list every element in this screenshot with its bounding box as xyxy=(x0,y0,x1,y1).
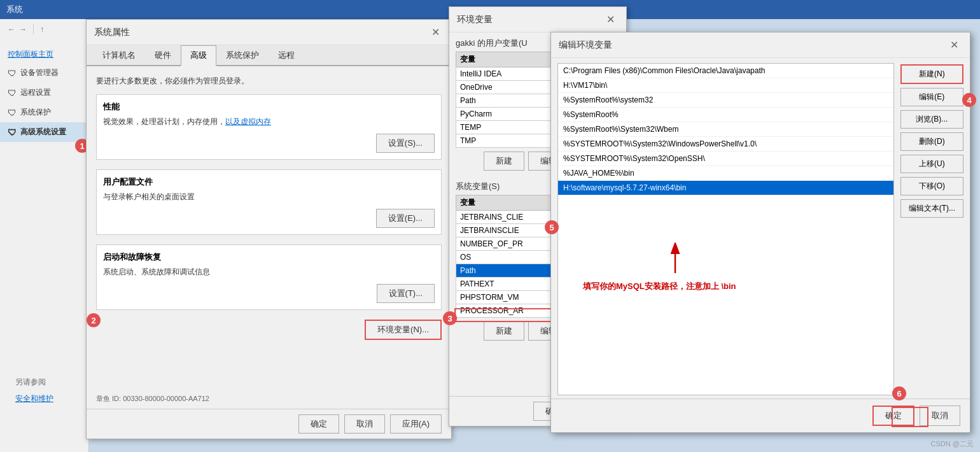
startup-settings-btn[interactable]: 设置(T)... xyxy=(377,284,435,303)
user-new-btn[interactable]: 新建 xyxy=(484,152,524,171)
badge-3: 3 xyxy=(443,311,457,325)
badge-2: 2 xyxy=(87,313,101,327)
userprofile-title: 用户配置文件 xyxy=(103,176,435,188)
editenv-footer: 确定 取消 xyxy=(551,399,970,432)
editenv-edittext-btn[interactable]: 编辑文本(T)... xyxy=(900,199,963,218)
sidebar-label-devicemgr: 设备管理器 xyxy=(20,67,59,78)
sidebar-item-sysprot[interactable]: 🛡 系统保护 xyxy=(0,102,88,122)
envvars-title-text: 环境变量 xyxy=(457,14,493,25)
userprofile-settings-btn[interactable]: 设置(E)... xyxy=(376,209,435,228)
another-ref-title: 另请参阅 xyxy=(8,372,61,390)
tab-computername[interactable]: 计算机名 xyxy=(93,45,145,66)
up-btn[interactable]: ↑ xyxy=(40,25,44,34)
sidebar-label-advanced: 高级系统设置 xyxy=(20,127,66,138)
startup-desc: 系统启动、系统故障和调试信息 xyxy=(103,267,435,278)
editenv-dialog: 编辑环境变量 ✕ C:\Program Files (x86)\Common F… xyxy=(550,32,970,433)
editenv-ok-btn[interactable]: 确定 xyxy=(872,406,914,426)
sysprop-close-btn[interactable]: ✕ xyxy=(428,25,444,39)
sysprop-content: 要进行大多数更改，你必须作为管理员登录。 性能 视觉效果，处理器计划，内存使用，… xyxy=(87,66,451,428)
device-icon: 🛡 xyxy=(8,68,17,78)
tab-sysprot[interactable]: 系统保护 xyxy=(216,45,269,66)
admin-notice: 要进行大多数更改，你必须作为管理员登录。 xyxy=(96,76,442,87)
userprofile-section: 用户配置文件 与登录帐户相关的桌面设置 设置(E)... xyxy=(96,169,442,235)
sys-new-btn[interactable]: 新建 xyxy=(484,321,524,341)
forward-btn[interactable]: → xyxy=(19,25,27,34)
arrow-annotation xyxy=(666,243,685,274)
vmem-link[interactable]: 以及虚拟内存 xyxy=(225,117,271,126)
editenv-cancel-btn[interactable]: 取消 xyxy=(920,406,960,426)
perf-desc: 视觉效果，处理器计划，内存使用，以及虚拟内存 xyxy=(103,117,435,127)
perf-title: 性能 xyxy=(103,101,435,113)
sidebar-item-devicemgr[interactable]: 🛡 设备管理器 xyxy=(0,63,88,83)
sidebar-item-advanced[interactable]: 🛡 高级系统设置 xyxy=(0,122,88,142)
userprofile-desc: 与登录帐户相关的桌面设置 xyxy=(103,192,435,202)
perf-settings-btn[interactable]: 设置(S)... xyxy=(376,134,435,153)
top-bar-title: 系统 xyxy=(6,4,23,15)
system-window: ← → ↑ 控制面板主页 🛡 设备管理器 🛡 远程设置 🛡 系统保护 🛡 高级系… xyxy=(0,19,89,452)
tab-remote[interactable]: 远程 xyxy=(269,45,304,66)
editenv-new-btn[interactable]: 新建(N) xyxy=(900,64,963,84)
advanced-icon: 🛡 xyxy=(8,127,17,138)
editenv-titlebar: 编辑环境变量 ✕ xyxy=(551,32,970,58)
sidebar-label-sysprot: 系统保护 xyxy=(20,107,51,118)
nav-header: ← → ↑ xyxy=(0,19,88,39)
editenv-close-btn[interactable]: ✕ xyxy=(946,38,962,52)
sidebar-label-remote: 远程设置 xyxy=(20,87,51,98)
sysprop-footer: 章鱼 ID: 00330-80000-00000-AA712 确定 取消 应用(… xyxy=(87,409,451,439)
editenv-path-list: C:\Program Files (x86)\Common Files\Orac… xyxy=(557,63,894,395)
sidebar-link-controlpanel[interactable]: 控制面板主页 xyxy=(0,46,88,63)
path-entry-3[interactable]: %SystemRoot% xyxy=(558,108,893,122)
env-vars-btn[interactable]: 环境变量(N)... xyxy=(365,320,442,340)
pc-id-info: 章鱼 ID: 00330-80000-00000-AA712 xyxy=(96,394,209,404)
csdn-watermark: CSDN @二元 xyxy=(931,439,974,449)
path-entry-4[interactable]: %SystemRoot%\System32\Wbem xyxy=(558,122,893,137)
startup-section: 启动和故障恢复 系统启动、系统故障和调试信息 设置(T)... xyxy=(96,244,442,310)
nav-sep xyxy=(33,24,34,34)
sysprop-title: 系统属性 xyxy=(94,27,130,38)
sysprop-dialog: 系统属性 ✕ 计算机名 硬件 高级 系统保护 远程 要进行大多数更改，你必须作为… xyxy=(86,19,452,439)
perf-section: 性能 视觉效果，处理器计划，内存使用，以及虚拟内存 设置(S)... xyxy=(96,94,442,160)
back-btn[interactable]: ← xyxy=(8,25,15,34)
badge-5: 5 xyxy=(545,220,559,234)
path-entry-7[interactable]: %JAVA_HOME%\bin xyxy=(558,166,893,181)
sysprot-icon: 🛡 xyxy=(8,108,17,118)
editenv-movedown-btn[interactable]: 下移(O) xyxy=(900,177,963,195)
tab-bar: 计算机名 硬件 高级 系统保护 远程 xyxy=(87,45,451,66)
sidebar-items: 控制面板主页 🛡 设备管理器 🛡 远程设置 🛡 系统保护 🛡 高级系统设置 xyxy=(0,46,88,142)
editenv-delete-btn[interactable]: 删除(D) xyxy=(900,132,963,151)
envvars-titlebar: 环境变量 ✕ xyxy=(449,7,626,32)
annotation-mysql-path: 填写你的MySQL安装路径，注意加上 \bin xyxy=(583,281,736,292)
editenv-edit-btn[interactable]: 编辑(E) xyxy=(900,88,963,106)
remote-icon: 🛡 xyxy=(8,88,17,98)
sysprop-ok-btn[interactable]: 确定 xyxy=(298,414,339,434)
sysprop-apply-btn[interactable]: 应用(A) xyxy=(390,414,442,434)
tab-hardware[interactable]: 硬件 xyxy=(145,45,181,66)
path-entry-6[interactable]: %SYSTEMROOT%\System32\OpenSSH\ xyxy=(558,152,893,166)
path-entry-0[interactable]: C:\Program Files (x86)\Common Files\Orac… xyxy=(558,64,893,78)
sidebar-item-remote[interactable]: 🛡 远程设置 xyxy=(0,83,88,102)
path-entry-8[interactable]: H:\software\mysql-5.7.27-winx64\bin xyxy=(558,181,893,195)
editenv-moveup-btn[interactable]: 上移(U) xyxy=(900,155,963,173)
badge-4: 4 xyxy=(962,93,976,107)
sysprop-titlebar: 系统属性 ✕ xyxy=(87,20,451,45)
sysprop-cancel-btn[interactable]: 取消 xyxy=(344,414,385,434)
path-entry-2[interactable]: %SystemRoot%\system32 xyxy=(558,93,893,108)
envvars-close-btn[interactable]: ✕ xyxy=(603,12,619,27)
startup-title: 启动和故障恢复 xyxy=(103,251,435,263)
path-entry-1[interactable]: H:\VM17\bin\ xyxy=(558,78,893,93)
tab-advanced[interactable]: 高级 xyxy=(181,45,216,66)
editenv-title-text: 编辑环境变量 xyxy=(559,39,612,51)
editenv-browse-btn[interactable]: 浏览(B)... xyxy=(900,110,963,129)
badge-6: 6 xyxy=(892,386,906,400)
path-entry-5[interactable]: %SYSTEMROOT%\System32\WindowsPowerShell\… xyxy=(558,137,893,152)
sidebar-link-security[interactable]: 安全和维护 xyxy=(8,390,61,407)
